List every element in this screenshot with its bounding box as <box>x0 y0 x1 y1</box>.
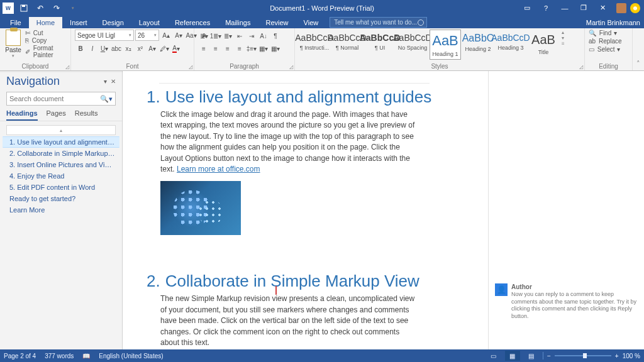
text-effects-icon[interactable]: A▾ <box>147 43 158 53</box>
nav-item[interactable]: 2. Collaborate in Simple Markup View <box>3 148 119 159</box>
status-words[interactable]: 377 words <box>45 353 74 359</box>
nav-jump-top[interactable]: ▴ <box>6 125 116 135</box>
font-color-icon[interactable]: A▾ <box>170 43 182 53</box>
view-read-icon[interactable]: ▭ <box>486 351 501 361</box>
status-language[interactable]: English (United States) <box>99 353 163 359</box>
bold-icon[interactable]: B <box>75 43 86 53</box>
maximize-icon[interactable]: ❐ <box>575 1 592 15</box>
view-print-icon[interactable]: ▦ <box>505 351 520 361</box>
increase-indent-icon[interactable]: ⇥ <box>246 31 257 41</box>
nav-close-icon[interactable]: ✕ <box>111 78 116 85</box>
revision-marker[interactable] <box>275 286 277 295</box>
nav-item[interactable]: 4. Enjoy the Read <box>3 170 119 182</box>
nav-tab-pages[interactable]: Pages <box>47 109 66 121</box>
nav-tab-headings[interactable]: Headings <box>6 109 38 121</box>
style-title[interactable]: AaBTitle <box>528 30 559 60</box>
minimize-icon[interactable]: — <box>556 1 574 15</box>
body-paragraph[interactable]: Click the image below and drag it around… <box>147 109 417 175</box>
numbering-icon[interactable]: 1≣▾ <box>210 31 221 41</box>
style-normal[interactable]: AaBbCcD¶ Normal <box>331 30 363 60</box>
dialog-launcher-icon[interactable]: ◿ <box>189 64 192 70</box>
qat-customize-icon[interactable]: ▾ <box>67 2 79 14</box>
nav-tab-results[interactable]: Results <box>75 109 98 121</box>
find-button[interactable]: 🔍 Find ▾ <box>589 30 617 36</box>
subscript-icon[interactable]: x₂ <box>123 43 134 53</box>
borders-icon[interactable]: ▦▾ <box>270 43 281 53</box>
style-heading-1[interactable]: AaBHeading 1 <box>430 30 461 60</box>
search-icon[interactable]: 🔍▾ <box>100 95 113 103</box>
inline-image[interactable] <box>160 181 241 235</box>
grow-font-icon[interactable]: A▴ <box>160 30 172 40</box>
shrink-font-icon[interactable]: A▾ <box>173 30 184 40</box>
align-left-icon[interactable]: ≡ <box>198 43 209 53</box>
learn-more-link[interactable]: Learn more at office.com <box>177 165 260 173</box>
tab-mailings[interactable]: Mailings <box>218 17 258 28</box>
decrease-indent-icon[interactable]: ⇤ <box>234 31 245 41</box>
sort-icon[interactable]: A↓ <box>258 31 269 41</box>
format-painter-button[interactable]: ✐ Format Painter <box>25 45 67 58</box>
redo-icon[interactable]: ↷ <box>50 2 63 14</box>
dialog-launcher-icon[interactable]: ◿ <box>579 64 583 70</box>
zoom-level[interactable]: 100 % <box>623 353 640 359</box>
user-avatar[interactable] <box>616 3 626 13</box>
style-instructions[interactable]: AaBbCcD¶ Instructi... <box>299 30 330 60</box>
paste-button[interactable]: Paste ▾ <box>4 30 23 58</box>
nav-item[interactable]: 3. Insert Online Pictures and Video <box>3 159 119 170</box>
zoom-in-icon[interactable]: + <box>615 353 619 359</box>
justify-icon[interactable]: ≡ <box>234 43 245 53</box>
body-paragraph[interactable]: The new Simple Markup revision view pres… <box>147 293 417 348</box>
undo-icon[interactable]: ↶ <box>34 2 47 14</box>
tab-design[interactable]: Design <box>95 17 131 28</box>
tell-me-input[interactable]: Tell me what you want to do... <box>330 17 427 28</box>
signed-in-user[interactable]: Martin Brinkmann <box>586 19 644 28</box>
zoom-slider[interactable] <box>555 355 611 356</box>
italic-icon[interactable]: I <box>87 43 98 53</box>
multilevel-icon[interactable]: ≣▾ <box>222 31 233 41</box>
style-heading-3[interactable]: AaBbCcDHeading 3 <box>495 30 526 60</box>
dialog-launcher-icon[interactable]: ◿ <box>65 64 69 70</box>
bullets-icon[interactable]: ≣▾ <box>198 31 209 41</box>
tab-view[interactable]: View <box>296 17 326 28</box>
strikethrough-icon[interactable]: abc <box>111 43 122 53</box>
tab-file[interactable]: File <box>3 17 29 28</box>
font-name-input[interactable]: Segoe UI Ligl▾ <box>75 30 134 41</box>
nav-item[interactable]: 5. Edit PDF content in Word <box>3 182 119 193</box>
font-size-input[interactable]: 26▾ <box>135 30 159 41</box>
comment[interactable]: 👤 Author Now you can reply to a comment … <box>495 283 638 321</box>
nav-item[interactable]: 1. Use live layout and alignment gui... <box>3 136 119 148</box>
align-center-icon[interactable]: ≡ <box>210 43 221 53</box>
status-proofing-icon[interactable]: 📖 <box>82 353 90 359</box>
nav-item[interactable]: Learn More <box>3 204 119 216</box>
ribbon-options-icon[interactable]: ▭ <box>518 1 536 15</box>
tab-insert[interactable]: Insert <box>62 17 95 28</box>
tab-review[interactable]: Review <box>258 17 296 28</box>
align-right-icon[interactable]: ≡ <box>222 43 233 53</box>
feedback-icon[interactable]: ☻ <box>630 3 640 13</box>
nav-dropdown-icon[interactable]: ▾ <box>104 78 107 85</box>
style-heading-2[interactable]: AaBbCHeading 2 <box>462 30 494 60</box>
highlight-icon[interactable]: 🖉▾ <box>158 43 170 53</box>
select-button[interactable]: ▭ Select ▾ <box>589 46 620 53</box>
collapse-ribbon-icon[interactable]: ˄ <box>633 28 644 70</box>
tab-layout[interactable]: Layout <box>131 17 167 28</box>
underline-icon[interactable]: U▾ <box>99 43 110 53</box>
help-icon[interactable]: ? <box>537 1 555 15</box>
style-no-spacing[interactable]: AaBbCcDNo Spacing <box>397 30 428 60</box>
tab-home[interactable]: Home <box>29 17 62 28</box>
line-spacing-icon[interactable]: ‡≡▾ <box>246 43 257 53</box>
status-page[interactable]: Page 2 of 4 <box>4 353 36 359</box>
save-icon[interactable] <box>18 2 30 14</box>
search-input[interactable] <box>9 95 100 102</box>
shading-icon[interactable]: ▦▾ <box>258 43 269 53</box>
show-marks-icon[interactable]: ¶ <box>270 31 281 41</box>
styles-gallery-expand[interactable]: ▴▾≡ <box>562 30 570 47</box>
view-web-icon[interactable]: ▤ <box>524 351 539 361</box>
zoom-out-icon[interactable]: − <box>547 353 551 359</box>
tab-references[interactable]: References <box>167 17 218 28</box>
replace-button[interactable]: ab Replace <box>589 38 622 45</box>
nav-item[interactable]: Ready to get started? <box>3 193 119 204</box>
dialog-launcher-icon[interactable]: ◿ <box>289 64 293 70</box>
close-icon[interactable]: ✕ <box>594 1 611 15</box>
copy-button[interactable]: ⎘ Copy <box>25 37 67 44</box>
cut-button[interactable]: ✄ Cut <box>25 30 67 36</box>
